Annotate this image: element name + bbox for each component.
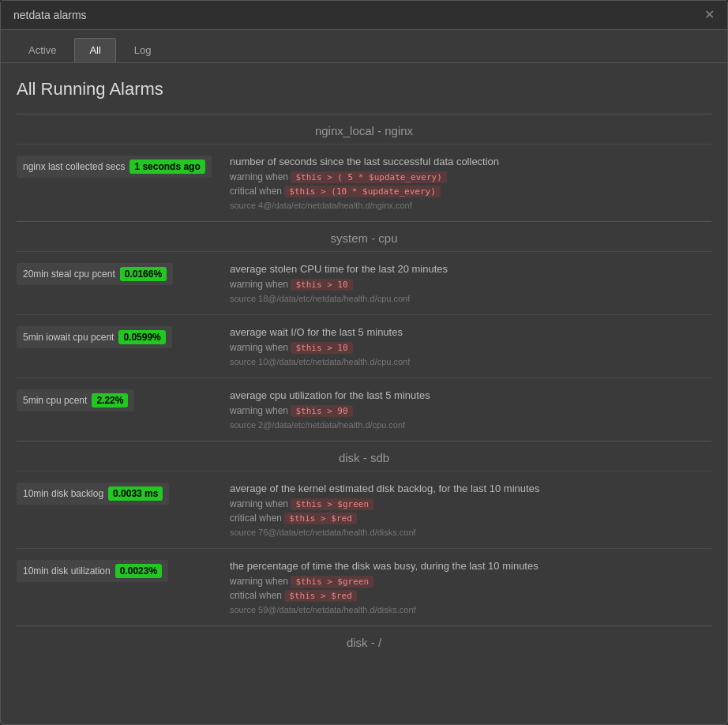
alarm-label-text: 5min cpu pcent 2.22% (17, 389, 134, 411)
alarm-warning-tag: $this > ( 5 * $update_every) (291, 171, 446, 183)
alarm-source: source 59@/data/etc/netdata/health.d/dis… (230, 605, 711, 614)
alarm-warning-rule: warning when $this > 10 (230, 279, 711, 291)
alarm-label-text: 5min iowait cpu pcent 0.0599% (17, 326, 172, 348)
page-title: All Running Alarms (17, 79, 711, 100)
section-3: disk - / (17, 625, 711, 656)
tab-active[interactable]: Active (13, 38, 71, 62)
alarm-description: average cpu utilization for the last 5 m… (230, 389, 711, 401)
alarm-label-col: 5min cpu pcent 2.22% (17, 389, 230, 411)
alarm-warning-tag: $this > $green (291, 576, 373, 588)
alarm-details-col: average of the kernel estimated disk bac… (230, 483, 711, 537)
alarm-source: source 18@/data/etc/netdata/health.d/cpu… (230, 294, 711, 303)
alarm-details-col: average stolen CPU time for the last 20 … (230, 263, 711, 303)
alarm-label-col: 5min iowait cpu pcent 0.0599% (17, 326, 230, 348)
alarm-label-text: nginx last collected secs 1 seconds ago (17, 156, 212, 178)
alarm-label-text: 10min disk backlog 0.0033 ms (17, 483, 169, 505)
alarm-value-badge: 0.0033 ms (108, 486, 163, 501)
alarm-details-col: number of seconds since the last success… (230, 156, 711, 210)
section-2: disk - sdb10min disk backlog 0.0033 msav… (17, 441, 711, 625)
window-title: netdata alarms (13, 9, 87, 21)
alarm-warning-rule: warning when $this > 10 (230, 342, 711, 354)
tabs-row: Active All Log (1, 30, 727, 63)
tab-log[interactable]: Log (119, 38, 167, 62)
alarm-row: 5min iowait cpu pcent 0.0599%average wai… (17, 314, 711, 378)
alarm-source: source 4@/data/etc/netdata/health.d/ngin… (230, 201, 711, 210)
content-area: All Running Alarms nginx_local - nginxng… (1, 63, 727, 671)
alarm-warning-tag: $this > $green (291, 498, 373, 510)
alarm-warning-rule: warning when $this > $green (230, 576, 711, 588)
alarm-warning-tag: $this > 10 (291, 279, 352, 291)
alarm-description: average stolen CPU time for the last 20 … (230, 263, 711, 275)
alarm-details-col: the percentage of time the disk was busy… (230, 560, 711, 614)
alarm-critical-rule: critical when $this > $red (230, 590, 711, 602)
alarm-details-col: average wait I/O for the last 5 minutesw… (230, 326, 711, 366)
alarm-warning-tag: $this > 90 (291, 405, 352, 417)
alarm-description: the percentage of time the disk was busy… (230, 560, 711, 572)
section-header-1: system - cpu (17, 221, 711, 251)
alarm-source: source 76@/data/etc/netdata/health.d/dis… (230, 528, 711, 537)
alarm-source: source 2@/data/etc/netdata/health.d/cpu.… (230, 420, 711, 430)
alarm-source: source 10@/data/etc/netdata/health.d/cpu… (230, 357, 711, 366)
alarm-label-col: 10min disk backlog 0.0033 ms (17, 483, 230, 505)
alarm-value-badge: 1 seconds ago (129, 160, 205, 174)
alarm-critical-tag: $this > (10 * $update_every) (284, 186, 440, 197)
alarm-description: average wait I/O for the last 5 minutes (230, 326, 711, 338)
section-0: nginx_local - nginxnginx last collected … (17, 114, 711, 221)
alarm-critical-rule: critical when $this > (10 * $update_ever… (230, 186, 711, 197)
alarm-warning-rule: warning when $this > ( 5 * $update_every… (230, 171, 711, 183)
title-bar: netdata alarms ✕ (1, 1, 727, 30)
alarm-critical-tag: $this > $red (284, 513, 356, 524)
alarm-warning-tag: $this > 10 (291, 342, 352, 354)
alarm-value-badge: 0.0599% (118, 330, 165, 344)
section-header-0: nginx_local - nginx (17, 114, 711, 144)
alarm-description: average of the kernel estimated disk bac… (230, 483, 711, 494)
tab-all[interactable]: All (74, 38, 115, 62)
alarm-label-col: nginx last collected secs 1 seconds ago (17, 156, 230, 178)
alarm-value-badge: 0.0166% (120, 267, 167, 281)
alarm-warning-rule: warning when $this > $green (230, 498, 711, 510)
alarm-critical-rule: critical when $this > $red (230, 513, 711, 524)
alarm-description: number of seconds since the last success… (230, 156, 711, 167)
alarm-row: 5min cpu pcent 2.22%average cpu utilizat… (17, 378, 711, 441)
alarm-label-col: 10min disk utilization 0.0023% (17, 560, 230, 582)
alarm-value-badge: 2.22% (92, 393, 128, 408)
alarm-row: 10min disk backlog 0.0033 msaverage of t… (17, 471, 711, 548)
alarm-value-badge: 0.0023% (115, 564, 162, 578)
close-button[interactable]: ✕ (704, 9, 715, 21)
alarm-label-text: 20min steal cpu pcent 0.0166% (17, 263, 173, 285)
alarm-warning-rule: warning when $this > 90 (230, 405, 711, 417)
alarm-row: 10min disk utilization 0.0023%the percen… (17, 548, 711, 625)
section-header-3: disk - / (17, 625, 711, 656)
main-window: netdata alarms ✕ Active All Log All Runn… (0, 0, 728, 725)
alarm-row: 20min steal cpu pcent 0.0166%average sto… (17, 251, 711, 314)
alarm-label-col: 20min steal cpu pcent 0.0166% (17, 263, 230, 285)
alarm-row: nginx last collected secs 1 seconds agon… (17, 144, 711, 221)
alarm-label-text: 10min disk utilization 0.0023% (17, 560, 168, 582)
alarm-critical-tag: $this > $red (284, 590, 356, 602)
section-1: system - cpu20min steal cpu pcent 0.0166… (17, 221, 711, 441)
alarm-details-col: average cpu utilization for the last 5 m… (230, 389, 711, 430)
section-header-2: disk - sdb (17, 441, 711, 471)
